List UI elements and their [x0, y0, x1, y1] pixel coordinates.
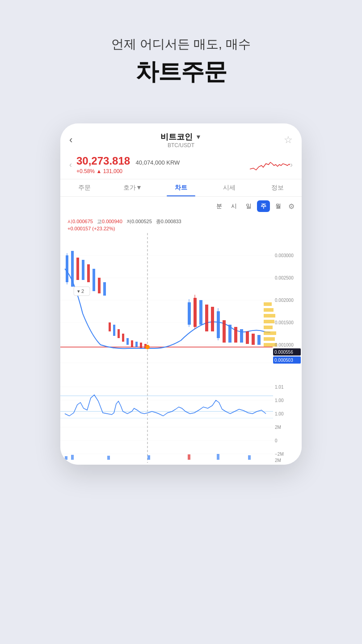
svg-rect-43 [264, 308, 274, 312]
svg-rect-45 [264, 320, 274, 323]
svg-rect-10 [71, 251, 74, 287]
svg-rect-12 [82, 260, 84, 280]
svg-rect-17 [109, 322, 111, 331]
price-info: 30,273.818 40,074,000 KRW +0.58% ▲ 131,0… [72, 155, 250, 174]
time-btn-week[interactable]: 주 [257, 200, 270, 212]
svg-rect-23 [135, 342, 138, 347]
krw-price: 40,074,000 KRW [136, 159, 180, 166]
time-btn-hour[interactable]: 시 [227, 200, 240, 212]
svg-rect-84 [217, 454, 219, 460]
svg-rect-36 [228, 325, 232, 343]
indicator-svg: 1.01 1.00 1.00 2M 0 −2M 2M [60, 373, 302, 463]
ohlc-high-val: 0.000940 [102, 219, 122, 224]
svg-rect-83 [188, 454, 190, 460]
coin-name-label: 비트코인 [160, 131, 193, 142]
svg-rect-19 [118, 329, 120, 338]
price-nav-right[interactable]: › [290, 160, 293, 169]
chart-settings-icon[interactable]: ⚙ [288, 202, 295, 211]
svg-point-50 [145, 345, 150, 349]
svg-rect-15 [98, 278, 101, 293]
coin-name-row: 비트코인 ▼ [160, 131, 202, 142]
mini-chart [250, 156, 290, 174]
phone-mockup: ‹ 비트코인 ▼ BTC/USDT ☆ ‹ 30,273.818 40,074,… [60, 123, 302, 465]
main-chart-container: ▾ 2 0.003000 0.002500 0.002000 0.001500 … [60, 233, 302, 373]
svg-text:1.00: 1.00 [275, 398, 284, 403]
coin-dropdown-icon[interactable]: ▼ [195, 133, 202, 140]
time-btn-min[interactable]: 분 [213, 200, 226, 212]
price-change-row: +0.58% ▲ 131,000 [76, 168, 245, 174]
time-btn-month[interactable]: 월 [272, 200, 285, 212]
svg-rect-44 [264, 314, 275, 318]
price-row: ‹ 30,273.818 40,074,000 KRW +0.58% ▲ 131… [60, 150, 302, 179]
svg-text:▾ 2: ▾ 2 [77, 288, 84, 294]
svg-rect-42 [264, 302, 272, 306]
main-chart-svg: ▾ 2 0.003000 0.002500 0.002000 0.001500 … [60, 233, 302, 372]
svg-rect-80 [71, 455, 74, 460]
ohlc-change: +0.000157 (+23.22%) [67, 226, 295, 231]
svg-rect-11 [76, 258, 79, 280]
svg-rect-14 [93, 269, 95, 291]
change-amount: 131,000 [103, 168, 122, 174]
ohlc-close-val: 0.000833 [161, 219, 181, 224]
favorite-star-button[interactable]: ☆ [279, 134, 293, 146]
time-selector: 분 시 일 주 월 ⚙ [60, 197, 302, 216]
coin-pair-label: BTC/USDT [160, 142, 202, 148]
svg-rect-48 [264, 337, 275, 341]
svg-rect-39 [246, 331, 249, 344]
change-arrow: ▲ [96, 168, 101, 174]
ohlc-low-val: 0.000525 [131, 219, 152, 224]
ohlc-high-label: 고 [97, 219, 102, 224]
svg-text:1.01: 1.01 [275, 385, 284, 390]
header-top-row: ‹ 비트코인 ▼ BTC/USDT ☆ [69, 131, 293, 148]
tab-info[interactable]: 정보 [253, 179, 302, 196]
svg-rect-21 [126, 338, 129, 345]
svg-rect-32 [211, 307, 214, 331]
svg-text:0.000503: 0.000503 [274, 358, 293, 363]
svg-rect-41 [257, 335, 261, 345]
svg-text:0: 0 [275, 438, 278, 443]
svg-rect-82 [147, 455, 150, 460]
svg-rect-81 [107, 456, 110, 460]
svg-rect-31 [205, 305, 208, 331]
svg-text:2M: 2M [275, 425, 281, 430]
svg-text:0.001000: 0.001000 [275, 343, 294, 347]
ohlc-open-val: 0.000675 [72, 219, 93, 224]
ohlc-open-label: 시 [67, 219, 72, 224]
hero-section: 언제 어디서든 매도, 매수 차트주문 [0, 0, 362, 106]
price-main-row: 30,273.818 40,074,000 KRW [76, 155, 245, 167]
time-btn-day[interactable]: 일 [242, 200, 255, 212]
svg-text:0.000556: 0.000556 [274, 350, 293, 355]
change-pct: +0.58% [76, 168, 95, 174]
svg-text:0.002000: 0.002000 [275, 298, 294, 303]
tab-market[interactable]: 시세 [205, 179, 253, 196]
svg-rect-37 [234, 327, 237, 343]
tab-bar: 주문 호가▼ 차트 시세 정보 [60, 179, 302, 197]
back-button[interactable]: ‹ [69, 134, 83, 146]
main-price: 30,273.818 [76, 155, 130, 167]
ohlc-info: 시0.000675 고0.000940 저0.000525 종0.000833 … [60, 216, 302, 233]
svg-rect-40 [252, 334, 255, 345]
svg-text:−2M: −2M [275, 452, 284, 457]
svg-rect-46 [264, 326, 273, 329]
coin-title-group: 비트코인 ▼ BTC/USDT [160, 131, 202, 148]
ohlc-low-label: 저 [126, 219, 131, 224]
indicator-section: 1.01 1.00 1.00 2M 0 −2M 2M [60, 373, 302, 465]
hero-title: 차트주문 [18, 56, 344, 88]
svg-rect-38 [240, 329, 243, 343]
svg-text:2M: 2M [275, 458, 281, 463]
app-header: ‹ 비트코인 ▼ BTC/USDT ☆ [60, 123, 302, 148]
svg-rect-85 [248, 455, 251, 460]
svg-rect-79 [65, 456, 67, 460]
tab-hoga[interactable]: 호가▼ [109, 179, 157, 196]
ohlc-close-label: 종 [156, 219, 161, 224]
tab-chart[interactable]: 차트 [157, 179, 205, 196]
svg-rect-35 [223, 320, 226, 343]
svg-rect-30 [199, 300, 202, 325]
hero-subtitle: 언제 어디서든 매도, 매수 [18, 36, 344, 53]
tab-order[interactable]: 주문 [60, 179, 109, 196]
svg-rect-22 [131, 340, 133, 347]
svg-text:0.001500: 0.001500 [275, 320, 294, 325]
svg-text:0.003000: 0.003000 [275, 253, 294, 258]
svg-text:1.00: 1.00 [275, 411, 284, 416]
svg-rect-24 [140, 343, 142, 348]
